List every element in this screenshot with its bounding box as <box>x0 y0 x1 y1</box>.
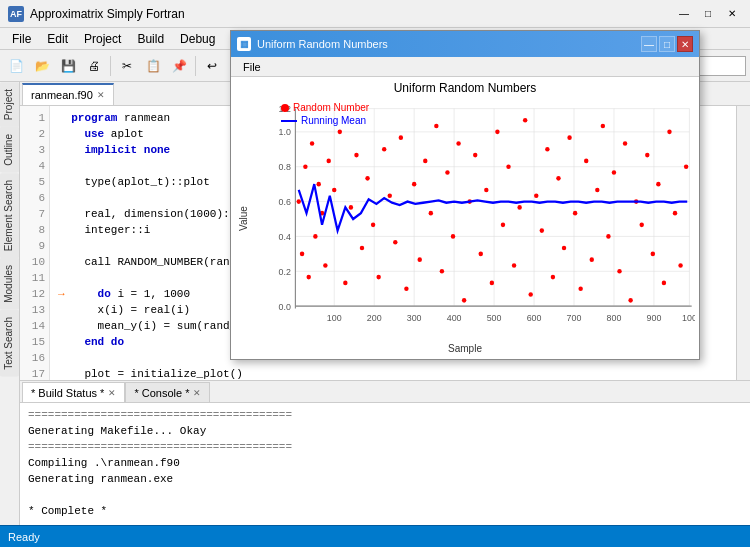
close-build-tab[interactable]: ✕ <box>108 388 116 398</box>
svg-point-67 <box>440 269 444 274</box>
menu-edit[interactable]: Edit <box>39 30 76 48</box>
sidebar-item-project[interactable]: Project <box>0 82 19 127</box>
svg-point-42 <box>310 141 314 146</box>
status-text: Ready <box>8 531 40 543</box>
svg-text:600: 600 <box>527 313 542 323</box>
close-console-tab[interactable]: ✕ <box>193 388 201 398</box>
svg-point-95 <box>595 188 599 193</box>
svg-point-65 <box>429 211 433 216</box>
plot-icon: ▦ <box>237 37 251 51</box>
plot-maximize-button[interactable]: □ <box>659 36 675 52</box>
build-status-tab[interactable]: * Build Status * ✕ <box>22 382 125 402</box>
svg-text:1.0: 1.0 <box>279 127 291 137</box>
side-panel: Project Outline Element Search Modules T… <box>0 82 20 525</box>
separator-2: ======================================== <box>28 439 742 455</box>
svg-text:300: 300 <box>407 313 422 323</box>
bottom-panel: * Build Status * ✕ * Console * ✕ =======… <box>20 380 750 525</box>
plot-window[interactable]: ▦ Uniform Random Numbers — □ ✕ File Unif… <box>230 30 700 360</box>
svg-point-59 <box>393 240 397 245</box>
svg-point-98 <box>612 170 616 175</box>
plot-close-button[interactable]: ✕ <box>677 36 693 52</box>
svg-text:800: 800 <box>607 313 622 323</box>
sidebar-item-text-search[interactable]: Text Search <box>0 310 19 377</box>
svg-point-41 <box>307 275 311 280</box>
svg-point-38 <box>297 199 301 204</box>
chart-svg: 0.0 0.2 0.4 0.6 0.8 1.0 1.2 100 200 300 … <box>251 97 695 341</box>
undo-button[interactable]: ↩ <box>200 54 224 78</box>
file-tab-label: ranmean.f90 <box>31 89 93 101</box>
svg-point-51 <box>349 205 353 210</box>
sidebar-item-outline[interactable]: Outline <box>0 127 19 173</box>
svg-point-54 <box>365 176 369 181</box>
svg-point-64 <box>423 159 427 164</box>
svg-point-86 <box>545 147 549 152</box>
svg-text:500: 500 <box>487 313 502 323</box>
legend-line-blue <box>281 120 297 122</box>
svg-point-92 <box>578 286 582 291</box>
window-controls: — □ ✕ <box>674 4 742 24</box>
plot-window-controls: — □ ✕ <box>641 36 693 52</box>
svg-point-71 <box>462 298 466 303</box>
new-file-button[interactable]: 📄 <box>4 54 28 78</box>
svg-point-47 <box>326 159 330 164</box>
svg-point-50 <box>343 281 347 286</box>
svg-point-80 <box>512 263 516 268</box>
svg-point-46 <box>323 263 327 268</box>
chart-title: Uniform Random Numbers <box>235 81 695 95</box>
svg-point-75 <box>484 188 488 193</box>
plot-menubar: File <box>231 57 699 77</box>
minimize-button[interactable]: — <box>674 4 694 24</box>
svg-point-105 <box>651 252 655 257</box>
svg-point-108 <box>667 130 671 135</box>
plot-minimize-button[interactable]: — <box>641 36 657 52</box>
cut-button[interactable]: ✂ <box>115 54 139 78</box>
save-button[interactable]: 💾 <box>56 54 80 78</box>
right-scrollbar[interactable] <box>736 106 750 380</box>
plot-title: Uniform Random Numbers <box>257 38 641 50</box>
open-button[interactable]: 📂 <box>30 54 54 78</box>
paste-button[interactable]: 📌 <box>167 54 191 78</box>
svg-text:0.0: 0.0 <box>279 301 291 311</box>
close-tab-button[interactable]: ✕ <box>97 90 105 100</box>
svg-point-77 <box>495 130 499 135</box>
maximize-button[interactable]: □ <box>698 4 718 24</box>
print-button[interactable]: 🖨 <box>82 54 106 78</box>
sidebar-item-modules[interactable]: Modules <box>0 258 19 310</box>
chart-area: Random Number Running Mean <box>251 97 695 341</box>
build-status-label: * Build Status * <box>31 387 104 399</box>
svg-point-104 <box>645 153 649 158</box>
svg-point-49 <box>338 130 342 135</box>
svg-text:900: 900 <box>647 313 662 323</box>
status-bar: Ready <box>0 525 750 547</box>
svg-text:400: 400 <box>447 313 462 323</box>
file-tab-ranmean[interactable]: ranmean.f90 ✕ <box>22 83 114 105</box>
build-output: ========================================… <box>20 403 750 525</box>
app-icon: AF <box>8 6 24 22</box>
menu-project[interactable]: Project <box>76 30 129 48</box>
sidebar-item-element-search[interactable]: Element Search <box>0 173 19 258</box>
menu-build[interactable]: Build <box>129 30 172 48</box>
plot-content: Uniform Random Numbers Value Random Numb… <box>231 77 699 359</box>
svg-point-61 <box>404 286 408 291</box>
console-tab[interactable]: * Console * ✕ <box>125 382 210 402</box>
svg-point-84 <box>534 193 538 198</box>
svg-text:0.2: 0.2 <box>279 267 291 277</box>
svg-point-48 <box>332 188 336 193</box>
plot-menu-file[interactable]: File <box>237 60 267 74</box>
svg-point-110 <box>678 263 682 268</box>
menu-file[interactable]: File <box>4 30 39 48</box>
svg-point-73 <box>473 153 477 158</box>
menu-debug[interactable]: Debug <box>172 30 223 48</box>
svg-point-96 <box>601 124 605 129</box>
copy-button[interactable]: 📋 <box>141 54 165 78</box>
svg-point-56 <box>376 275 380 280</box>
svg-text:200: 200 <box>367 313 382 323</box>
svg-point-111 <box>684 164 688 169</box>
svg-text:100: 100 <box>682 313 695 323</box>
svg-point-97 <box>606 234 610 239</box>
generating-makefile: Generating Makefile... Okay <box>28 423 742 439</box>
svg-point-103 <box>640 222 644 227</box>
plot-titlebar: ▦ Uniform Random Numbers — □ ✕ <box>231 31 699 57</box>
svg-point-44 <box>316 182 320 187</box>
close-button[interactable]: ✕ <box>722 4 742 24</box>
